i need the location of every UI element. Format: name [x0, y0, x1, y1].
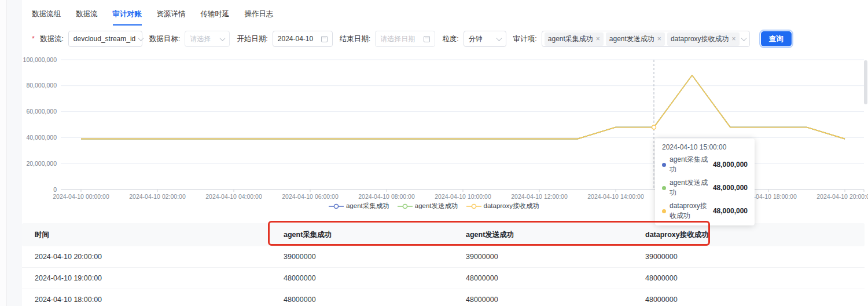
chevron-down-icon: [220, 35, 226, 41]
table-cell: 39000000: [645, 253, 865, 261]
series-dot-icon: [662, 186, 666, 190]
tab-data-stream-group[interactable]: 数据流组: [32, 9, 61, 26]
tooltip-row: agent发送成功48,000,000: [662, 178, 748, 198]
table-cell: 48000000: [466, 296, 645, 304]
svg-text:2024-04-10 12:00:00: 2024-04-10 12:00:00: [511, 193, 568, 200]
chevron-down-icon: [496, 35, 502, 41]
granularity-value: 分钟: [469, 34, 494, 44]
tooltip-row: agent采集成功48,000,000: [662, 155, 748, 174]
legend-line-marker-icon: [398, 203, 413, 209]
audit-item-tag: agent采集成功×: [545, 32, 604, 46]
tooltip-series-value: 48,000,000: [713, 161, 748, 169]
tab-operation-log[interactable]: 操作日志: [245, 9, 274, 26]
svg-text:2024-04-10 02:00:00: 2024-04-10 02:00:00: [129, 193, 186, 200]
granularity-select[interactable]: 分钟: [464, 31, 506, 47]
target-label: 数据目标:: [149, 34, 180, 44]
table-row: 2024-04-10 18:00:00480000004800000048000…: [22, 289, 865, 306]
end-date-placeholder: 请选择日期: [380, 34, 420, 44]
table-cell: 48000000: [645, 274, 865, 282]
svg-text:2024-04-10 08:00:00: 2024-04-10 08:00:00: [358, 193, 415, 200]
calendar-icon: [424, 36, 430, 42]
table-header-cell: agent采集成功: [284, 230, 466, 240]
series-dot-icon: [662, 163, 666, 167]
table-header-cell: 时间: [22, 230, 284, 240]
table-header-row: 时间agent采集成功agent发送成功dataproxy接收成功: [22, 223, 865, 246]
table-cell: 2024-04-10 18:00:00: [22, 296, 284, 304]
table-cell: 48000000: [645, 296, 865, 304]
target-select-placeholder: 请选择: [190, 34, 217, 44]
calendar-icon: [321, 36, 328, 42]
svg-text:2024-04-10 10:00:00: 2024-04-10 10:00:00: [435, 193, 491, 200]
legend-item[interactable]: agent发送成功: [398, 202, 458, 210]
svg-text:80,000,000: 80,000,000: [26, 82, 57, 89]
tooltip-row: dataproxy接收成功48,000,000: [662, 201, 748, 221]
table-cell: 48000000: [284, 296, 466, 304]
table-header-cell: agent发送成功: [466, 230, 645, 240]
chevron-down-icon: [741, 35, 746, 41]
legend-item-label: agent发送成功: [415, 202, 458, 210]
table-header-cell: dataproxy接收成功: [645, 230, 865, 240]
table-cell: 2024-04-10 20:00:00: [22, 253, 284, 261]
table-cell: 39000000: [284, 253, 466, 261]
stream-select-value: devcloud_stream_id: [73, 35, 135, 43]
table-cell: 48000000: [284, 274, 466, 282]
legend-line-marker-icon: [466, 203, 481, 209]
tab-resource-detail[interactable]: 资源详情: [157, 9, 186, 26]
audit-items-label: 审计项:: [513, 34, 537, 44]
legend-item[interactable]: agent采集成功: [329, 202, 389, 210]
start-date-value: 2024-04-10: [278, 35, 318, 43]
svg-text:60,000,000: 60,000,000: [26, 108, 57, 115]
svg-text:40,000,000: 40,000,000: [26, 134, 57, 141]
audit-item-tag-label: dataproxy接收成功: [671, 34, 729, 44]
audit-table: 时间agent采集成功agent发送成功dataproxy接收成功 2024-0…: [22, 223, 865, 306]
tab-transmission-delay[interactable]: 传输时延: [201, 9, 230, 26]
table-cell: 39000000: [466, 253, 645, 261]
tab-audit-reconciliation[interactable]: 审计对账: [113, 9, 142, 26]
chevron-down-icon: [138, 35, 144, 41]
close-icon[interactable]: ×: [596, 35, 600, 42]
table-cell: 48000000: [466, 274, 645, 282]
tab-data-stream[interactable]: 数据流: [76, 9, 98, 26]
close-icon[interactable]: ×: [657, 35, 661, 42]
svg-text:2024-04-10 04:00:00: 2024-04-10 04:00:00: [205, 193, 262, 200]
filter-bar: * 数据流: devcloud_stream_id 数据目标: 请选择 开始日期…: [32, 30, 868, 48]
tooltip-series-value: 48,000,000: [713, 184, 748, 192]
audit-reconciliation-page: 数据流组数据流审计对账资源详情传输时延操作日志 * 数据流: devcloud_…: [0, 0, 868, 306]
stream-label: 数据流:: [40, 34, 64, 44]
required-asterisk: *: [32, 35, 35, 43]
tooltip-series-name: dataproxy接收成功: [670, 201, 709, 221]
audit-item-tag: agent发送成功×: [606, 32, 665, 46]
legend-line-marker-icon: [329, 203, 344, 209]
granularity-label: 粒度:: [442, 34, 458, 44]
audit-item-tag-label: agent发送成功: [609, 34, 654, 44]
target-select[interactable]: 请选择: [185, 31, 230, 47]
stream-select[interactable]: devcloud_stream_id: [68, 31, 142, 47]
audit-items-multiselect[interactable]: agent采集成功×agent发送成功×dataproxy接收成功×: [542, 31, 750, 47]
end-date-input[interactable]: 请选择日期: [375, 31, 435, 47]
tab-bar: 数据流组数据流审计对账资源详情传输时延操作日志: [32, 9, 274, 26]
tooltip-timestamp: 2024-04-10 15:00:00: [662, 143, 748, 151]
table-row: 2024-04-10 19:00:00480000004800000048000…: [22, 268, 865, 289]
tooltip-series-value: 48,000,000: [713, 207, 748, 215]
svg-text:2024-04-10 14:00:00: 2024-04-10 14:00:00: [587, 193, 644, 200]
end-date-label: 结束日期:: [340, 34, 370, 44]
query-button-focus-ring: 查询: [759, 30, 793, 48]
series-dot-icon: [662, 209, 666, 213]
tooltip-series-name: agent发送成功: [670, 178, 709, 198]
svg-text:2024-04-10 00:00:00: 2024-04-10 00:00:00: [53, 193, 109, 200]
audit-item-tag-label: agent采集成功: [548, 34, 593, 44]
table-row: 2024-04-10 20:00:00390000003900000039000…: [22, 246, 865, 268]
start-date-label: 开始日期:: [237, 34, 267, 44]
legend-item-label: dataproxy接收成功: [484, 202, 540, 210]
svg-text:20,000,000: 20,000,000: [26, 160, 57, 167]
audit-item-tag: dataproxy接收成功×: [667, 32, 740, 46]
scrollbar-thumb[interactable]: [864, 60, 867, 104]
svg-text:2024-04-10 06:00:00: 2024-04-10 06:00:00: [282, 193, 339, 200]
svg-text:100,000,000: 100,000,000: [23, 56, 57, 63]
query-button[interactable]: 查询: [761, 31, 792, 46]
close-icon[interactable]: ×: [732, 35, 736, 42]
legend-item[interactable]: dataproxy接收成功: [466, 202, 540, 210]
start-date-input[interactable]: 2024-04-10: [273, 31, 333, 47]
svg-text:0: 0: [53, 186, 57, 193]
tooltip-series-name: agent采集成功: [670, 155, 709, 174]
